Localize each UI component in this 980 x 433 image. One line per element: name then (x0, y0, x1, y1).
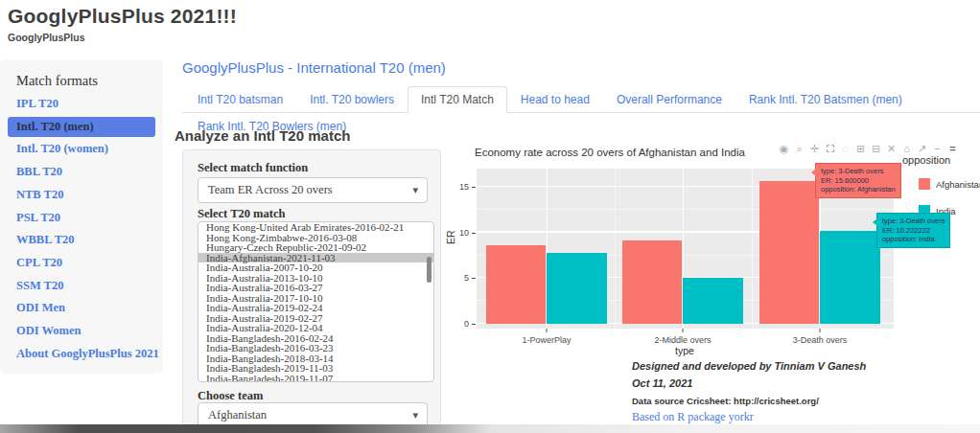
hover-tooltip: type: 3-Death oversER: 15.600000oppositi… (815, 163, 901, 198)
y-tick-label: 5 (448, 273, 469, 283)
minor-vgridline (752, 169, 753, 329)
sidebar-item-odi-women[interactable]: ODI Women (8, 321, 155, 341)
tooltip-caret (873, 218, 877, 226)
app-window: GooglyPlusPlus 2021!!! GooglyPlusPlus Ma… (0, 0, 980, 433)
match-function-label: Select match function (198, 161, 308, 175)
main-heading: GooglyPlusPlus - International T20 (men) (182, 59, 446, 76)
sidebar: Match formats IPL T20Intl. T20 (men)Intl… (0, 59, 163, 374)
camera-icon[interactable]: ◉ (779, 143, 789, 154)
bar-india-1-powerplay[interactable] (547, 253, 607, 324)
tooltip-line: opposition: Afghanistan (821, 185, 896, 194)
minor-gridline (477, 209, 894, 210)
bottom-shadow-band (0, 424, 980, 433)
x-axis-label: type (675, 345, 694, 356)
lasso-icon[interactable]: ◌ (840, 143, 851, 154)
tooltip-line: type: 3-Death overs (882, 216, 945, 226)
match-option[interactable]: India-Australia-2019-02-24 (198, 303, 433, 313)
hover-tooltip: type: 3-Death oversER: 10.222222oppositi… (876, 213, 950, 248)
match-option[interactable]: India-Bangladesh-2019-11-07 (198, 374, 433, 383)
sidebar-item-cpl-t20[interactable]: CPL T20 (8, 253, 155, 273)
x-tick-mark (683, 329, 684, 332)
x-tick-mark (820, 329, 821, 332)
tab-rank-intl-t20-batsmen-men-[interactable]: Rank Intl. T20 Batsmen (men) (735, 86, 916, 113)
legend-title: opposition (902, 154, 950, 166)
tooltip-line: type: 3-Death overs (821, 167, 896, 176)
match-option[interactable]: India-Australia-2020-12-04 (198, 323, 433, 333)
match-option[interactable]: India-Bangladesh-2019-11-03 (198, 363, 433, 374)
box-select-icon[interactable] (825, 143, 835, 154)
y-tick-label: 0 (448, 319, 469, 329)
tab-intl-t20-bowlers[interactable]: Intl. T20 bowlers (296, 86, 408, 113)
bar-afghanistan-3-death-overs[interactable] (759, 181, 820, 324)
bar-afghanistan-2-middle-overs[interactable] (622, 240, 683, 324)
x-tick-label: 3-Death overs (793, 335, 848, 345)
match-option[interactable]: Hong Kong-United Arab Emirates-2016-02-2… (198, 222, 433, 233)
bar-india-3-death-overs[interactable] (820, 231, 880, 324)
listbox-scrollbar[interactable] (427, 257, 432, 283)
y-axis-label: ER (445, 230, 456, 244)
y-tick-mark (472, 278, 476, 279)
hover-closest-icon[interactable]: − (932, 143, 943, 154)
match-form-panel: Select match function Team ER Across 20 … (182, 149, 441, 426)
sidebar-item-ntb-t20[interactable]: NTB T20 (8, 185, 155, 205)
zoom-icon[interactable]: ⌕ (794, 143, 805, 154)
match-list-label: Select T20 match (198, 207, 285, 221)
sidebar-heading: Match formats (16, 73, 98, 89)
sidebar-item-bbl-t20[interactable]: BBL T20 (8, 162, 155, 182)
match-listbox[interactable]: Hong Kong-United Arab Emirates-2016-02-2… (198, 221, 434, 382)
autoscale-icon[interactable]: ✕ (886, 143, 897, 154)
y-tick-mark (472, 233, 476, 234)
bar-afghanistan-1-powerplay[interactable] (486, 245, 547, 324)
hover-compare-icon[interactable]: = (947, 143, 958, 154)
sidebar-item-wbbl-t20[interactable]: WBBL T20 (8, 230, 155, 250)
sidebar-item-odi-men[interactable]: ODI Men (8, 298, 155, 318)
sidebar-item-about-googlyplusplus-2021[interactable]: About GooglyPlusPlus 2021 (8, 344, 155, 364)
section-heading: Analyze an Intl T20 match (175, 127, 350, 144)
footer-yorkr-link[interactable]: Based on R package yorkr (632, 410, 754, 424)
y-tick-label: 15 (448, 182, 469, 192)
toggle-spikelines-icon[interactable]: ↗ (917, 143, 927, 154)
reset-axes-icon[interactable]: ⌂ (901, 143, 912, 154)
pan-icon[interactable]: ✛ (809, 143, 820, 154)
team-label: Choose team (198, 389, 263, 403)
x-tick-mark (547, 329, 548, 332)
chevron-down-icon: ▾ (412, 184, 418, 196)
page-title: GooglyPlusPlus 2021!!! (8, 5, 237, 28)
chevron-down-icon: ▾ (412, 409, 418, 422)
chart-area: ◉⌕✛◌⊞⊟✕⌂↗−= Economy rate across 20 overs… (446, 134, 980, 433)
tab-overall-performance[interactable]: Overall Performance (603, 86, 735, 113)
sidebar-item-ssm-t20[interactable]: SSM T20 (8, 276, 155, 296)
tab-bar: Intl T20 batsmanIntl. T20 bowlersIntl T2… (182, 86, 980, 113)
tab-head-to-head[interactable]: Head to head (507, 86, 603, 113)
bar-india-2-middle-overs[interactable] (683, 278, 743, 324)
match-function-select[interactable]: Team ER Across 20 overs ▾ (198, 177, 428, 203)
match-option[interactable]: India-Australia-2007-10-20 (198, 262, 433, 273)
page-subtitle: GooglyPlusPlus (8, 32, 85, 43)
zoom-out-icon[interactable]: ⊟ (871, 143, 881, 154)
sidebar-item-ipl-t20[interactable]: IPL T20 (8, 94, 155, 114)
chart-title: Economy rate across 20 overs of Afghanis… (475, 147, 745, 158)
tab-intl-t20-match[interactable]: Intl T20 Match (408, 86, 507, 113)
tooltip-line: ER: 10.222222 (882, 226, 945, 236)
y-tick-mark (472, 187, 476, 188)
legend-entry-afghanistan[interactable]: Afghanistan (919, 178, 980, 190)
zoom-in-icon[interactable]: ⊞ (855, 143, 866, 154)
tab-intl-t20-batsman[interactable]: Intl T20 batsman (184, 86, 296, 113)
match-option[interactable]: Hungary-Czech Republic-2021-09-02 (198, 242, 433, 253)
minor-vgridline (615, 169, 616, 329)
match-option[interactable]: India-Bangladesh-2016-03-23 (198, 343, 433, 353)
match-option[interactable]: India-Australia-2016-03-27 (198, 283, 433, 293)
sidebar-item-psl-t20[interactable]: PSL T20 (8, 208, 155, 228)
tooltip-caret (811, 169, 816, 176)
footer-date: Oct 11, 2021 (632, 377, 692, 389)
sidebar-item-intl-t20-women-[interactable]: Intl. T20 (women) (8, 139, 155, 159)
footer-credit: Designed and developed by Tinniam V Gane… (632, 360, 866, 372)
tooltip-line: ER: 15.600000 (821, 176, 896, 186)
tooltip-line: opposition: India (882, 235, 945, 244)
plotly-modebar: ◉⌕✛◌⊞⊟✕⌂↗−= (779, 142, 980, 154)
footer-source: Data source Cricsheet: http://cricsheet.… (632, 396, 819, 406)
legend-swatch-icon (919, 178, 930, 190)
match-function-value: Team ER Across 20 overs (208, 183, 333, 197)
x-tick-label: 2-Middle overs (654, 335, 711, 345)
sidebar-item-intl-t20-men-[interactable]: Intl. T20 (men) (8, 117, 155, 137)
